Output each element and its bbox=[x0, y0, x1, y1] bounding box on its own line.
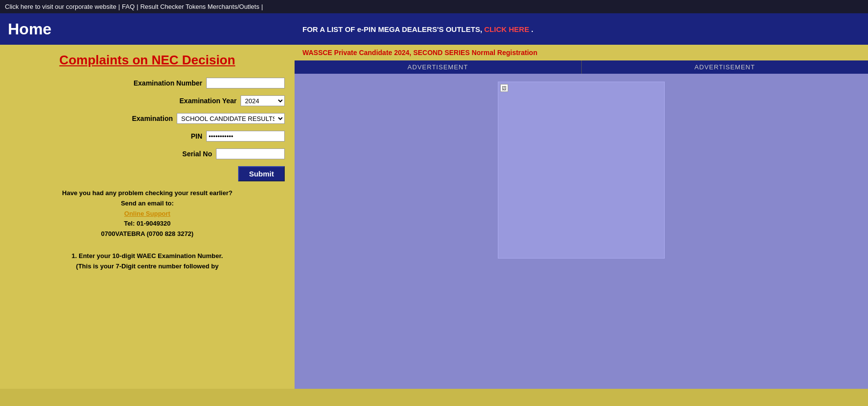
ad-image: 🖼 bbox=[498, 82, 665, 259]
top-nav-bar: Click here to visit our corporate websit… bbox=[0, 0, 868, 13]
ad-header: ADVERTISEMENT ADVERTISEMENT bbox=[295, 60, 868, 74]
header: Home FOR A LIST OF e-PIN MEGA DEALERS'S … bbox=[0, 13, 868, 45]
examination-select[interactable]: SCHOOL CANDIDATE RESULTS PRIVATE CANDIDA… bbox=[177, 113, 285, 124]
ad-label-right: ADVERTISEMENT bbox=[582, 60, 868, 74]
help-line1: Have you had any problem checking your r… bbox=[10, 188, 285, 199]
right-panel: WASSCE Private Candidate 2024, SECOND SE… bbox=[295, 45, 868, 389]
pin-input[interactable] bbox=[206, 131, 285, 142]
sep1: | bbox=[118, 3, 120, 10]
header-announcement: FOR A LIST OF e-PIN MEGA DEALERS'S OUTLE… bbox=[302, 25, 860, 33]
serial-label: Serial No bbox=[182, 150, 212, 158]
announcement-period: . bbox=[531, 25, 533, 33]
instructions-section: 1. Enter your 10-digit WAEC Examination … bbox=[10, 251, 285, 272]
submit-row: Submit bbox=[10, 166, 285, 181]
examination-label: Examination bbox=[132, 115, 173, 122]
faq-link[interactable]: FAQ bbox=[122, 3, 135, 10]
exam-number-input[interactable] bbox=[206, 78, 285, 88]
announcement-text: FOR A LIST OF e-PIN MEGA DEALERS'S OUTLE… bbox=[302, 25, 484, 33]
instruction2: (This is your 7-Digit centre number foll… bbox=[10, 261, 285, 272]
exam-year-row: Examination Year 2024 2023 2022 2021 202… bbox=[10, 95, 285, 106]
corporate-website-link[interactable]: Click here to visit our corporate websit… bbox=[5, 3, 116, 10]
token-merchants-link[interactable]: Result Checker Tokens Merchants/Outlets bbox=[140, 3, 260, 10]
ad-content-area: 🖼 bbox=[295, 74, 868, 389]
tel-number: Tel: 01-9049320 bbox=[10, 219, 285, 229]
exam-year-label: Examination Year bbox=[180, 97, 237, 105]
pin-label: PIN bbox=[191, 132, 202, 140]
complaints-link[interactable]: Complaints on NEC Decision bbox=[10, 53, 285, 68]
examination-row: Examination SCHOOL CANDIDATE RESULTS PRI… bbox=[10, 113, 285, 124]
pin-row: PIN bbox=[10, 131, 285, 142]
left-panel: Complaints on NEC Decision Examination N… bbox=[0, 45, 295, 389]
instruction1: 1. Enter your 10-digit WAEC Examination … bbox=[10, 251, 285, 261]
marquee-text: WASSCE Private Candidate 2024, SECOND SE… bbox=[302, 49, 537, 57]
marquee-bar: WASSCE Private Candidate 2024, SECOND SE… bbox=[295, 45, 868, 60]
help-line2: Send an email to: bbox=[10, 199, 285, 209]
broken-image-icon: 🖼 bbox=[500, 84, 508, 92]
main-content: Complaints on NEC Decision Examination N… bbox=[0, 45, 868, 389]
submit-button[interactable]: Submit bbox=[238, 166, 285, 181]
click-here-link[interactable]: CLICK HERE bbox=[484, 25, 529, 33]
sep3: | bbox=[261, 3, 263, 10]
exam-year-select[interactable]: 2024 2023 2022 2021 2020 bbox=[241, 95, 285, 106]
sep2: | bbox=[136, 3, 138, 10]
exam-number-label: Examination Number bbox=[134, 79, 202, 87]
shortcode: 0700VATEBRA (0700 828 3272) bbox=[10, 229, 285, 239]
site-title: Home bbox=[8, 20, 302, 38]
online-support-link[interactable]: Online Support bbox=[124, 210, 170, 217]
exam-number-row: Examination Number bbox=[10, 78, 285, 88]
help-section: Have you had any problem checking your r… bbox=[10, 188, 285, 239]
ad-label-left: ADVERTISEMENT bbox=[295, 60, 581, 74]
serial-input[interactable] bbox=[216, 148, 285, 159]
serial-row: Serial No bbox=[10, 148, 285, 159]
